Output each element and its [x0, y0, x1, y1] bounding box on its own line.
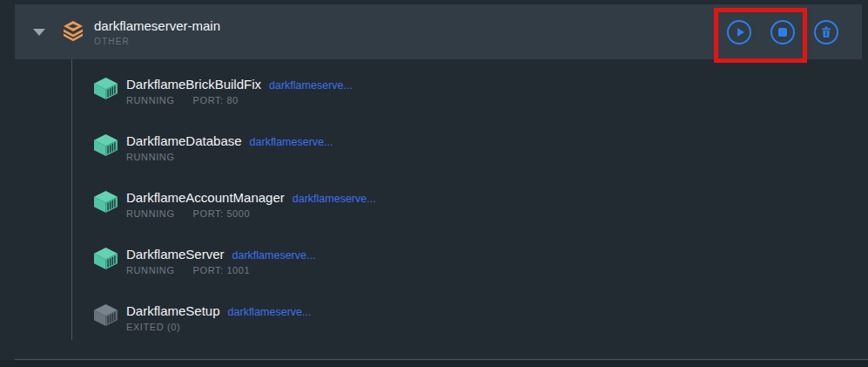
container-port: PORT: 1001 — [193, 265, 251, 275]
container-box-icon — [94, 134, 118, 156]
container-port: PORT: 5000 — [193, 208, 251, 219]
stack-layers-icon — [62, 20, 84, 44]
trash-icon — [820, 26, 832, 38]
container-status: RUNNING — [126, 208, 175, 219]
container-name: DarkflameServer — [126, 247, 225, 262]
start-button[interactable] — [727, 20, 751, 44]
container-row[interactable]: DarkflameSetup darkflameserve... EXITED … — [94, 300, 843, 357]
container-box-icon — [94, 191, 118, 213]
container-image-link[interactable]: darkflameserve... — [293, 193, 376, 205]
container-name: DarkflameBrickBuildFix — [126, 77, 261, 92]
container-row-text: DarkflameBrickBuildFix darkflameserve...… — [126, 73, 353, 105]
bottom-strip — [0, 360, 868, 367]
container-row-text: DarkflameSetup darkflameserve... EXITED … — [126, 300, 311, 332]
container-row-text: DarkflameAccountManager darkflameserve..… — [126, 187, 376, 219]
chevron-down-icon[interactable] — [33, 29, 45, 36]
container-image-link[interactable]: darkflameserve... — [269, 79, 353, 92]
compose-group-row[interactable]: darkflameserver-main OTHER — [15, 4, 862, 59]
stop-button[interactable] — [770, 20, 795, 44]
tree-indent-line — [71, 59, 72, 340]
container-box-icon — [94, 78, 118, 99]
container-row[interactable]: DarkflameServer darkflameserve... RUNNIN… — [94, 243, 843, 300]
play-icon — [737, 28, 744, 37]
container-row[interactable]: DarkflameAccountManager darkflameserve..… — [94, 187, 843, 243]
group-type-label: OTHER — [94, 37, 220, 46]
container-box-icon — [94, 248, 118, 269]
container-image-link[interactable]: darkflameserve... — [228, 306, 312, 318]
container-status: RUNNING — [126, 152, 175, 162]
group-actions — [727, 20, 838, 44]
container-port: PORT: 80 — [193, 95, 239, 105]
container-image-link[interactable]: darkflameserve... — [250, 136, 333, 148]
stop-icon — [778, 28, 787, 37]
container-status: RUNNING — [126, 265, 175, 275]
group-title: darkflameserver-main — [94, 18, 220, 34]
container-name: DarkflameDatabase — [126, 133, 242, 149]
container-status: RUNNING — [126, 95, 175, 105]
container-name: DarkflameSetup — [126, 303, 220, 319]
delete-button[interactable] — [814, 20, 838, 44]
container-rows: DarkflameBrickBuildFix darkflameserve...… — [94, 73, 843, 357]
container-status: EXITED (0) — [126, 322, 180, 332]
group-text: darkflameserver-main OTHER — [94, 18, 220, 46]
container-name: DarkflameAccountManager — [126, 190, 285, 206]
container-box-icon — [94, 304, 118, 326]
container-row[interactable]: DarkflameDatabase darkflameserve... RUNN… — [94, 130, 843, 187]
container-image-link[interactable]: darkflameserve... — [232, 249, 316, 262]
container-row-text: DarkflameDatabase darkflameserve... RUNN… — [126, 130, 333, 162]
container-row-text: DarkflameServer darkflameserve... RUNNIN… — [126, 243, 315, 275]
container-row[interactable]: DarkflameBrickBuildFix darkflameserve...… — [94, 73, 843, 130]
